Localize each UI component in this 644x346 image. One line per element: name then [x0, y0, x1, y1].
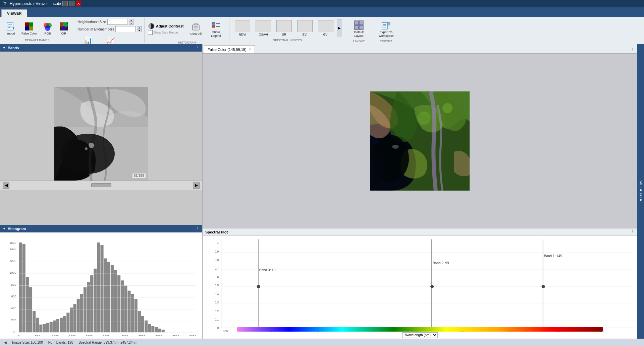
svg-rect-70: [36, 318, 39, 333]
show-legend-icon: [211, 20, 221, 30]
clear-all-label: Clear All: [190, 32, 202, 36]
wavelength-section: Wavelength (nm): [221, 327, 619, 338]
import-button[interactable]: Import: [3, 20, 18, 37]
histogram-header: ▼ Histogram ⋮: [0, 225, 202, 232]
show-legend-button[interactable]: Show Legend: [206, 19, 226, 39]
adjust-contrast-main: Adjust Contrast: [148, 23, 184, 29]
adjust-contrast-button[interactable]: Adjust Contrast Snap Data Range: [148, 23, 184, 35]
svg-rect-122: [203, 236, 637, 339]
spectral-plot-more[interactable]: ⋮: [631, 230, 635, 234]
svg-text:0: 0: [13, 330, 14, 334]
svg-rect-18: [193, 25, 199, 30]
svg-rect-97: [127, 291, 130, 332]
svg-rect-81: [73, 304, 76, 332]
adjust-contrast-icon: [148, 23, 155, 29]
prev-band-button[interactable]: ◀: [3, 182, 9, 189]
svg-rect-31: [355, 25, 359, 29]
next-band-button[interactable]: ▶: [193, 182, 200, 189]
rgb-button[interactable]: RGB: [40, 20, 55, 37]
svg-rect-94: [117, 275, 120, 332]
svg-rect-104: [151, 326, 154, 332]
title-bar-text: Hyperspectral Viewer - hcube: [10, 1, 62, 6]
nav-arrow-left[interactable]: ◀: [4, 341, 7, 344]
gvi-button[interactable]: GVI: [316, 19, 335, 37]
osavi-label: OSAVI: [259, 33, 268, 36]
svg-rect-103: [148, 324, 151, 332]
svg-text:1600: 1600: [9, 241, 16, 245]
spectral-plot-title: Spectral Plot: [205, 230, 228, 234]
clear-all-button[interactable]: Clear All: [188, 20, 204, 37]
window-controls: ─ □ ✕: [62, 1, 81, 6]
num-endmembers-input[interactable]: [115, 26, 136, 32]
svg-rect-66: [22, 244, 25, 332]
file-group: Import False Color: [2, 18, 74, 43]
endmembers-spin-up[interactable]: ▲: [137, 26, 142, 29]
neighborhood-spin-down[interactable]: ▼: [129, 22, 133, 25]
metadata-panel[interactable]: METADATA: [637, 44, 644, 339]
svg-text:500: 500: [35, 335, 40, 336]
wavelength-unit-select[interactable]: Wavelength (nm): [402, 332, 438, 338]
neighborhood-spin-up[interactable]: ▲: [129, 19, 133, 22]
svg-rect-100: [138, 311, 141, 332]
svg-text:1000: 1000: [9, 271, 16, 274]
export-to-workspace-button[interactable]: Export To Workspace: [376, 19, 396, 39]
spectral-plot-content: 0 0.1 0.2 0.3 0.4 0.5 0.6 0.7 0.8 0.9 1 …: [203, 236, 637, 339]
bands-chevron[interactable]: ▼: [3, 46, 6, 50]
osavi-button[interactable]: OSAVI: [254, 19, 273, 37]
num-bands: Num Bands: 198: [48, 341, 73, 344]
minimize-button[interactable]: ─: [62, 1, 68, 6]
false-color-button[interactable]: False Color: [19, 20, 39, 37]
snap-data-range-checkbox[interactable]: [148, 30, 153, 35]
cir-button[interactable]: CIR: [56, 20, 71, 37]
evi-button[interactable]: EVI: [295, 19, 315, 37]
ndvi-button[interactable]: NDVI: [233, 19, 252, 37]
sr-label: SR: [282, 33, 286, 36]
false-color-image: [370, 91, 470, 191]
svg-rect-92: [111, 265, 114, 332]
bands-title: Bands: [8, 46, 19, 50]
bands-more-icon[interactable]: ⋮: [196, 46, 200, 50]
view-tab-more[interactable]: ⋮: [628, 46, 637, 53]
sr-button[interactable]: SR: [274, 19, 294, 37]
svg-text:0.8: 0.8: [215, 258, 219, 262]
band-image: [54, 87, 148, 181]
svg-text:1500: 1500: [69, 335, 75, 336]
svg-text:0.5: 0.5: [215, 284, 219, 287]
svg-text:0.6: 0.6: [215, 275, 219, 279]
svg-point-163: [431, 285, 434, 288]
svg-rect-0: [7, 23, 13, 30]
svg-text:2000: 2000: [86, 335, 93, 336]
cir-icon: [58, 21, 69, 32]
svg-rect-83: [80, 294, 83, 332]
default-layout-button[interactable]: Default Layout: [348, 19, 369, 39]
svg-rect-72: [43, 324, 46, 332]
svg-rect-93: [114, 270, 117, 332]
false-color-view-tab[interactable]: False Color (145,99,19) ✕: [204, 45, 255, 53]
svg-point-42: [89, 143, 94, 148]
false-color-image-area: [203, 54, 637, 228]
viewer-tab[interactable]: VIEWER: [1, 9, 27, 17]
close-button[interactable]: ✕: [76, 1, 81, 6]
band-scrollbar[interactable]: [91, 183, 111, 187]
svg-rect-7: [29, 22, 33, 26]
svg-point-43: [85, 147, 88, 150]
histogram-more-icon[interactable]: ⋮: [196, 227, 200, 231]
more-indices-button[interactable]: ▶: [337, 19, 342, 37]
neighborhood-size-label: Neighborhood Size: [77, 20, 106, 24]
maximize-button[interactable]: □: [69, 1, 74, 6]
svg-text:400: 400: [11, 306, 16, 310]
svg-marker-34: [387, 22, 390, 25]
main-area: ▼ Bands ⋮: [0, 44, 644, 339]
histogram-chevron[interactable]: ▼: [3, 227, 6, 230]
svg-text:Band 1: 145: Band 1: 145: [544, 254, 562, 258]
svg-point-120: [417, 112, 431, 125]
svg-rect-75: [53, 321, 56, 332]
svg-rect-82: [77, 299, 80, 332]
tab-bar: VIEWER: [0, 7, 644, 17]
svg-text:0.7: 0.7: [215, 267, 219, 270]
neighborhood-size-input[interactable]: [107, 19, 127, 25]
wavelength-colorbar: [237, 327, 603, 332]
endmembers-spin-down[interactable]: ▼: [137, 29, 142, 32]
svg-text:0.3: 0.3: [215, 301, 219, 304]
false-color-tab-close[interactable]: ✕: [249, 48, 251, 51]
